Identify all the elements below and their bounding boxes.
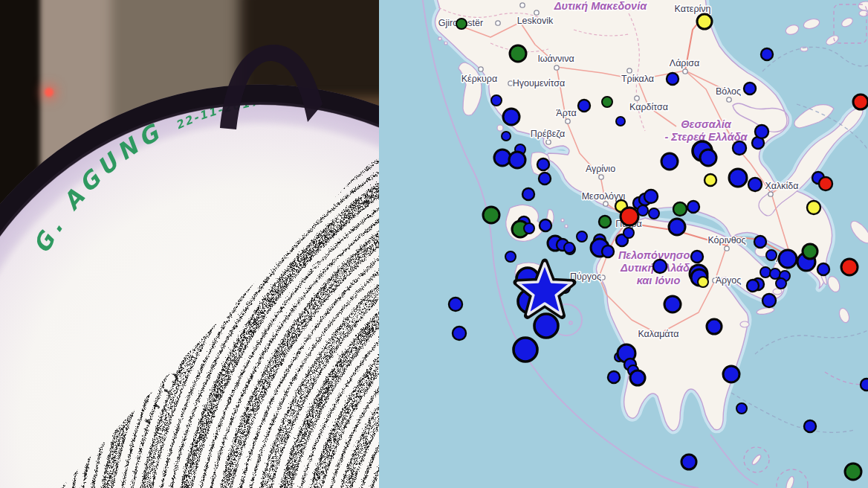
earthquake-marker[interactable] <box>456 19 467 29</box>
earthquake-marker[interactable] <box>776 278 786 289</box>
earthquake-marker[interactable] <box>861 379 868 391</box>
earthquake-marker[interactable] <box>664 296 681 312</box>
earthquake-marker[interactable] <box>602 245 614 257</box>
earthquake-marker[interactable] <box>503 109 519 125</box>
region-label: Δυτική Μακεδονία <box>554 0 647 12</box>
city-label-Λάρισα: Λάρισα <box>670 58 699 68</box>
earthquake-marker[interactable] <box>807 201 820 214</box>
earthquake-marker[interactable] <box>505 251 516 262</box>
earthquake-marker[interactable] <box>630 370 645 385</box>
earthquake-marker[interactable] <box>723 366 739 382</box>
earthquake-marker[interactable] <box>736 403 747 414</box>
town-marker <box>534 10 539 15</box>
earthquake-marker[interactable] <box>761 48 773 60</box>
earthquake-marker[interactable] <box>638 205 648 216</box>
city-label-Βόλος: Βόλος <box>716 86 741 97</box>
earthquake-marker[interactable] <box>819 177 832 190</box>
earthquake-marker[interactable] <box>733 141 746 155</box>
earthquake-marker[interactable] <box>803 244 817 259</box>
earthquake-marker[interactable] <box>729 169 747 187</box>
earthquake-marker[interactable] <box>817 263 829 275</box>
earthquake-marker[interactable] <box>608 371 620 383</box>
earthquake-marker[interactable] <box>669 219 685 235</box>
earthquake-marker[interactable] <box>667 73 678 85</box>
earthquake-marker[interactable] <box>537 158 549 170</box>
earthquake-marker[interactable] <box>510 45 526 62</box>
earthquake-marker[interactable] <box>539 173 551 184</box>
town-marker <box>627 68 632 73</box>
earthquake-marker[interactable] <box>705 174 716 186</box>
earthquake-marker[interactable] <box>748 178 762 191</box>
seismograph-drum: G. AGUNG 22-11-2017 <box>0 0 379 488</box>
city-label-Ιωάννινα: Ιωάννινα <box>537 54 574 64</box>
earthquake-marker[interactable] <box>540 219 551 231</box>
earthquake-marker[interactable] <box>687 201 699 213</box>
earthquake-marker[interactable] <box>744 83 756 94</box>
earthquake-marker[interactable] <box>766 250 777 260</box>
earthquake-marker[interactable] <box>754 236 766 248</box>
city-label-Άργος: Άργος <box>716 275 742 286</box>
earthquake-marker[interactable] <box>514 338 537 362</box>
city-label-Κέρκυρα: Κέρκυρα <box>461 74 497 84</box>
city-label-Καρδίτσα: Καρδίτσα <box>629 102 668 112</box>
earthquake-marker[interactable] <box>804 420 816 432</box>
earthquake-marker[interactable] <box>491 95 502 106</box>
earthquake-marker[interactable] <box>483 207 499 223</box>
town-marker <box>599 175 603 179</box>
earthquake-marker[interactable] <box>453 327 466 340</box>
earthquake-marker[interactable] <box>522 188 534 200</box>
earthquake-marker[interactable] <box>649 208 659 219</box>
earthquake-marker[interactable] <box>762 294 776 307</box>
earthquake-marker[interactable] <box>691 251 703 263</box>
earthquake-marker[interactable] <box>524 223 534 234</box>
city-label-Καλαμάτα: Καλαμάτα <box>638 329 678 339</box>
town-marker <box>727 97 731 102</box>
town-marker <box>520 3 525 7</box>
earthquake-marker[interactable] <box>534 314 558 338</box>
city-label-Κατερίνη: Κατερίνη <box>674 4 710 14</box>
earthquake-marker[interactable] <box>644 190 658 203</box>
earthquake-marker[interactable] <box>747 280 759 292</box>
island-kythira <box>751 454 762 466</box>
seismograph-photo-panel: G. AGUNG 22-11-2017 <box>0 0 379 488</box>
earthquake-marker[interactable] <box>602 97 612 107</box>
earthquake-marker[interactable] <box>509 152 525 168</box>
greece-earthquake-map[interactable]: GjirokastërLeskovikΙωάννιναΚέρκυραΗγουμε… <box>379 0 868 488</box>
earthquake-marker[interactable] <box>697 14 712 29</box>
town-marker <box>725 246 729 251</box>
earthquake-marker[interactable] <box>616 117 625 126</box>
earthquake-marker[interactable] <box>779 250 797 268</box>
earthquake-marker[interactable] <box>624 228 634 238</box>
earthquake-marker[interactable] <box>564 243 574 253</box>
earthquake-marker[interactable] <box>698 277 708 287</box>
city-label-Τρίκαλα: Τρίκαλα <box>621 74 654 84</box>
city-label-Άρτα: Άρτα <box>556 108 576 118</box>
earthquake-marker[interactable] <box>449 298 462 311</box>
composite-image: G. AGUNG 22-11-2017 <box>0 0 868 488</box>
town-marker <box>554 65 559 70</box>
earthquake-marker[interactable] <box>653 260 667 273</box>
town-marker <box>546 140 551 144</box>
earthquake-marker[interactable] <box>661 153 678 170</box>
earthquake-marker[interactable] <box>760 267 771 277</box>
town-marker <box>566 119 570 123</box>
earthquake-marker[interactable] <box>841 259 858 275</box>
earthquake-marker[interactable] <box>853 94 868 109</box>
earthquake-marker[interactable] <box>577 231 587 242</box>
island-hydra <box>756 306 774 315</box>
earthquake-marker[interactable] <box>681 455 696 469</box>
earthquake-marker[interactable] <box>707 319 722 334</box>
earthquake-marker[interactable] <box>673 202 687 216</box>
earthquake-marker[interactable] <box>755 125 768 138</box>
earthquake-marker[interactable] <box>578 100 590 112</box>
earthquake-marker[interactable] <box>502 132 511 141</box>
earthquake-marker[interactable] <box>599 216 611 228</box>
earthquake-marker[interactable] <box>621 208 638 225</box>
earthquake-marker[interactable] <box>770 269 780 279</box>
earthquake-marker[interactable] <box>700 150 716 166</box>
earthquake-marker[interactable] <box>845 463 861 480</box>
town-marker <box>768 192 773 196</box>
city-label-Leskovik: Leskovik <box>517 16 554 26</box>
island-andros <box>847 218 868 246</box>
earthquake-marker[interactable] <box>494 150 511 166</box>
